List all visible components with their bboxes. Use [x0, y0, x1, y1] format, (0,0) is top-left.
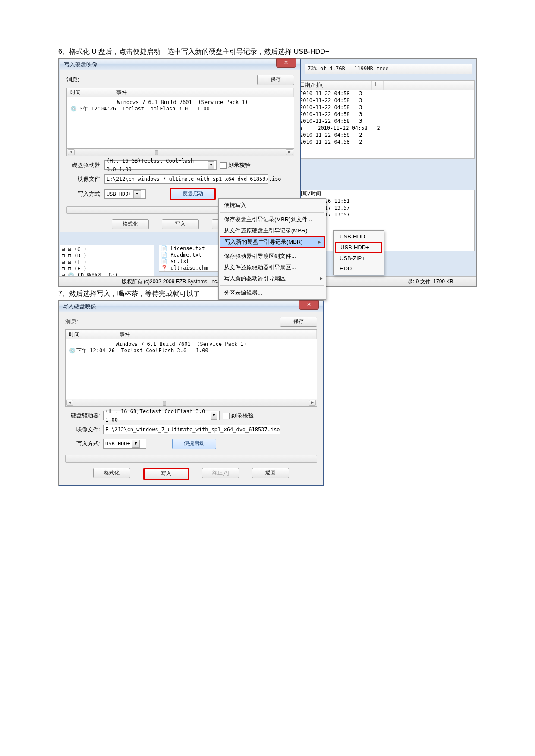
dialog-title: 写入硬盘映像 ✕ [60, 59, 300, 70]
col-date: 日期/时间 [297, 81, 372, 90]
tree-item[interactable]: ⊞ ⊟ (F:) [62, 266, 152, 272]
write-mode-select[interactable]: USB-HDD+▼ [104, 189, 146, 199]
list-item[interactable]: 📄 Readme.txt [159, 252, 224, 258]
menu-quick-write[interactable]: 便捷写入 [219, 200, 326, 211]
image-path-field[interactable]: E:\212\cn_windows_7_ultimate_with_sp1_x6… [104, 174, 268, 184]
disk-usage-bar: 73% of 4.7GB - 1199MB free [305, 64, 472, 74]
table-row: 2010-11-22 04:58 3 [297, 90, 474, 97]
write-disk-image-dialog: 写入硬盘映像 ✕ 消息: 保存 时间 事件 Windows 7 6.1 [59, 301, 324, 486]
log-list: 时间 事件 Windows 7 6.1 Build 7601 (Service … [66, 88, 294, 148]
menu-write-new-mbr[interactable]: 写入新的硬盘主引导记录(MBR) [220, 236, 325, 248]
back-button[interactable]: 返回 [252, 468, 289, 478]
file-list[interactable]: 📄 License.txt 📄 Readme.txt 📄 sn.txt ❓ ul… [159, 245, 224, 272]
progress-bar [65, 455, 317, 463]
save-button[interactable]: 保存 [257, 75, 294, 85]
write-button[interactable]: 写入 [162, 219, 199, 229]
verify-label: 刻录校验 [231, 412, 254, 420]
scroll-thumb[interactable] [163, 401, 166, 406]
log-scrollbar[interactable]: ◄ ► [65, 399, 317, 407]
table-row: formation 2010-11-22 04:58 2 [297, 125, 474, 132]
disk-icon: 💿 [69, 348, 76, 354]
menu-restore-mbr[interactable]: 从文件还原硬盘主引导记录(MBR)... [219, 225, 326, 236]
menu-write-new-bootsector[interactable]: 写入新的驱动器引导扇区 [219, 273, 326, 284]
drive-label: 硬盘驱动器: [66, 161, 102, 169]
table-row: 2010-11-22 04:58 2 [297, 132, 474, 138]
scroll-right-icon[interactable]: ► [309, 400, 316, 406]
log-list: 时间 事件 Windows 7 6.1 Build 7601 (Service … [65, 329, 317, 399]
save-button[interactable]: 保存 [280, 317, 317, 327]
mode-label: 写入方式: [66, 190, 102, 198]
screenshot-1: 73% of 4.7GB - 1199MB free 日期/时间 L 2010-… [58, 58, 477, 287]
disk-icon: 💿 [70, 106, 77, 112]
file-panel-top: 日期/时间 L 2010-11-22 04:58 3 2010-11-22 04… [297, 80, 475, 159]
table-row: 2010-11-22 04:58 3 [297, 97, 474, 104]
format-button[interactable]: 格式化 [93, 468, 130, 478]
image-label: 映像文件: [65, 426, 101, 433]
menu-restore-bootsector[interactable]: 从文件还原驱动器引导扇区... [219, 262, 326, 273]
tree-item[interactable]: ⊞ ⊟ (E:) [62, 259, 152, 266]
submenu-usb-hdd-plus[interactable]: USB-HDD+ [335, 242, 382, 253]
image-label: 映像文件: [66, 175, 102, 183]
chevron-down-icon[interactable]: ▼ [211, 412, 217, 420]
write-mode-select[interactable]: USB-HDD+▼ [103, 439, 146, 449]
boot-menu-button[interactable]: 便捷启动 [172, 439, 216, 449]
dialog-title: 写入硬盘映像 ✕ [59, 301, 323, 312]
col-date: 日期/时间 [297, 190, 474, 198]
col-time: 时间 [67, 88, 113, 97]
close-button[interactable]: ✕ [276, 58, 296, 68]
drive-tree[interactable]: ⊞ ⊟ (C:) ⊞ ⊟ (D:) ⊞ ⊟ (E:) ⊞ ⊟ (F:) ⊞ 💿 … [60, 245, 154, 280]
write-button[interactable]: 写入 [143, 468, 189, 480]
mode-label: 写入方式: [65, 440, 101, 448]
list-item[interactable]: 📄 sn.txt [159, 258, 224, 265]
submenu-usb-zip-plus[interactable]: USB-ZIP+ [334, 253, 384, 264]
submenu-hdd[interactable]: HDD [334, 264, 384, 274]
chevron-down-icon[interactable]: ▼ [132, 440, 140, 448]
drive-select[interactable]: (H:, 16 GB)Teclast CoolFlash 3.0 1.00▼ [104, 160, 217, 170]
list-item[interactable]: ❓ ultraiso.chm [159, 265, 224, 271]
table-row: 2010-11-22 04:58 3 [297, 111, 474, 118]
scroll-thumb[interactable] [155, 150, 158, 155]
step6-title: 6、格式化 U 盘后，点击便捷启动，选中写入新的硬盘主引导记录，然后选择 USB… [58, 47, 477, 56]
format-button[interactable]: 格式化 [112, 219, 149, 229]
image-path-field[interactable]: E:\212\cn_windows_7_ultimate_with_sp1_x6… [103, 425, 280, 434]
message-label: 消息: [66, 76, 86, 84]
tree-item[interactable]: ⊞ ⊟ (C:) [62, 246, 152, 253]
verify-checkbox[interactable] [220, 162, 227, 169]
menu-save-mbr[interactable]: 保存硬盘主引导记录(MBR)到文件... [219, 214, 326, 225]
drive-select[interactable]: (H:, 16 GB)Teclast CoolFlash 3.0 1.00▼ [103, 411, 220, 420]
log-row: 💿下午 12:04:26 Teclast CoolFlash 3.0 1.00 [70, 105, 290, 113]
chevron-down-icon[interactable]: ▼ [208, 161, 214, 169]
close-button[interactable]: ✕ [299, 300, 319, 310]
col-time: 时间 [66, 330, 116, 339]
log-row: Windows 7 6.1 Build 7601 (Service Pack 1… [70, 99, 290, 105]
log-row: 💿下午 12:04:26 Teclast CoolFlash 3.0 1.00 [69, 347, 313, 354]
menu-partition-editor[interactable]: 分区表编辑器... [219, 287, 326, 298]
screenshot-2: 写入硬盘映像 ✕ 消息: 保存 时间 事件 Windows 7 6.1 [58, 300, 324, 486]
table-row: 2010-11-22 04:58 3 [297, 118, 474, 125]
log-row: Windows 7 6.1 Build 7601 (Service Pack 1… [69, 341, 313, 347]
verify-label: 刻录校验 [228, 161, 251, 169]
boot-context-menu[interactable]: 便捷写入 保存硬盘主引导记录(MBR)到文件... 从文件还原硬盘主引导记录(M… [218, 198, 326, 300]
drive-label: 硬盘驱动器: [65, 412, 101, 420]
submenu-usb-hdd[interactable]: USB-HDD [334, 232, 384, 242]
table-row: 2010-11-22 04:58 2 [297, 138, 474, 145]
col-event: 事件 [116, 330, 317, 339]
scroll-left-icon[interactable]: ◄ [68, 149, 75, 155]
chevron-down-icon[interactable]: ▼ [133, 190, 141, 198]
table-row: 2010-11-22 04:58 3 [297, 104, 474, 111]
scroll-right-icon[interactable]: ► [286, 149, 293, 155]
menu-save-bootsector[interactable]: 保存驱动器引导扇区到文件... [219, 251, 326, 262]
mbr-submenu[interactable]: USB-HDD USB-HDD+ USB-ZIP+ HDD [333, 230, 384, 275]
tree-item[interactable]: ⊞ ⊟ (D:) [62, 253, 152, 259]
log-scrollbar[interactable]: ◄ ► [66, 148, 294, 156]
boot-menu-button[interactable]: 便捷启动 [170, 188, 216, 200]
scroll-left-icon[interactable]: ◄ [66, 400, 73, 406]
abort-button: 终止[A] [202, 468, 239, 478]
verify-checkbox[interactable] [223, 413, 230, 419]
col-event: 事件 [113, 88, 294, 97]
message-label: 消息: [65, 318, 85, 326]
list-item[interactable]: 📄 License.txt [159, 245, 224, 252]
